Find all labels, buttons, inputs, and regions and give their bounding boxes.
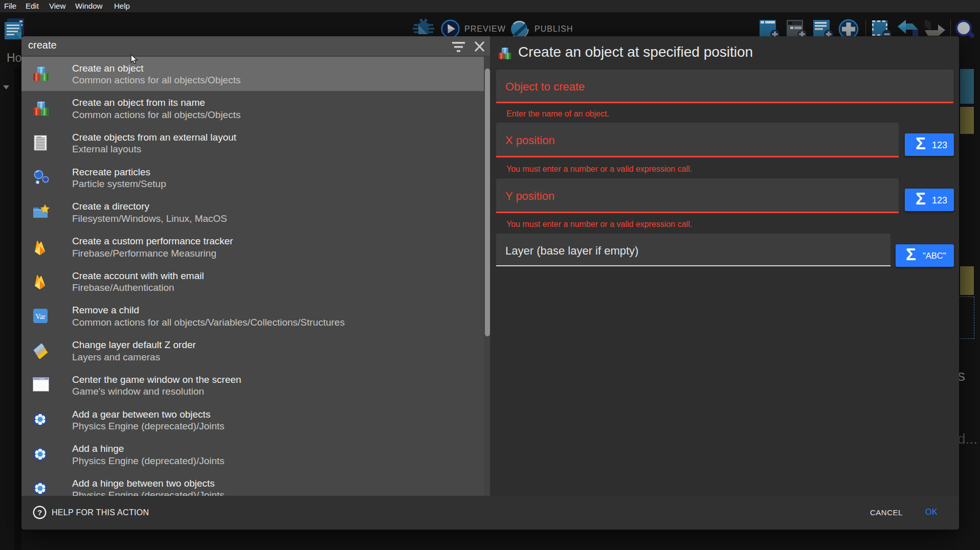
- svg-text:Var: Var: [35, 313, 46, 320]
- svg-text:?: ?: [37, 508, 42, 517]
